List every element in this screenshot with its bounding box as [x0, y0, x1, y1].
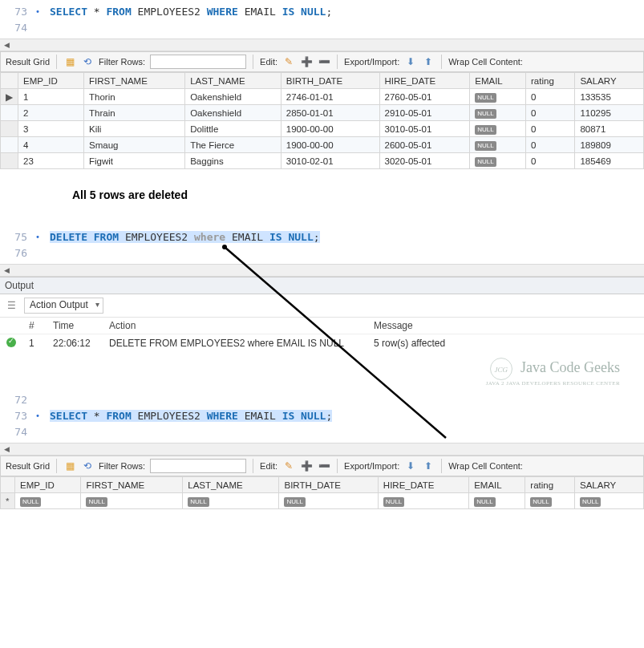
cell[interactable]: NULL — [470, 137, 526, 153]
row-marker[interactable] — [1, 121, 18, 137]
table-row[interactable]: 2ThrainOakenshield2850-01-012910-05-01NU… — [1, 105, 644, 121]
cell[interactable]: The Fierce — [185, 137, 281, 153]
row-marker[interactable] — [1, 153, 18, 169]
result-grid-2[interactable]: EMP_IDFIRST_NAMELAST_NAMEBIRTH_DATEHIRE_… — [0, 476, 644, 509]
filter-rows-input[interactable] — [150, 55, 246, 69]
column-header[interactable]: SALARY — [575, 73, 644, 89]
column-header[interactable]: FIRST_NAME — [81, 477, 183, 493]
cell[interactable]: Smaug — [84, 137, 185, 153]
column-header[interactable]: BIRTH_DATE — [281, 73, 379, 89]
grid-icon[interactable]: ▦ — [63, 55, 76, 68]
column-header[interactable]: SALARY — [575, 477, 644, 493]
output-row[interactable]: 1 22:06:12 DELETE FROM EMPLOYEES2 where … — [0, 334, 644, 354]
breakpoint-dot[interactable]: • — [32, 233, 43, 241]
cell[interactable]: NULL — [525, 493, 575, 509]
cell[interactable]: Oakenshield — [185, 89, 281, 105]
table-row[interactable]: 4SmaugThe Fierce1900-00-002600-05-01NULL… — [1, 137, 644, 153]
edit-delete-icon[interactable]: ➖ — [318, 55, 330, 68]
breakpoint-dot[interactable]: • — [32, 7, 43, 16]
export-icon[interactable]: ⬇ — [404, 460, 417, 472]
editor2-scrollbar[interactable]: ◀ — [0, 264, 644, 277]
cell[interactable]: 133535 — [575, 89, 644, 105]
cell[interactable]: 2760-05-01 — [379, 89, 470, 105]
cell[interactable]: 23 — [18, 153, 84, 169]
edit-add-icon[interactable]: ➕ — [300, 460, 313, 472]
row-marker[interactable] — [1, 137, 18, 153]
import-icon[interactable]: ⬆ — [422, 55, 435, 68]
cell[interactable]: 2 — [18, 105, 84, 121]
column-header[interactable]: BIRTH_DATE — [279, 477, 378, 493]
table-row[interactable]: ▶1ThorinOakenshield2746-01-012760-05-01N… — [1, 89, 644, 105]
code-text[interactable]: SELECT * FROM EMPLOYEES2 WHERE EMAIL IS … — [43, 410, 332, 422]
sql-editor-3[interactable]: 7273•SELECT * FROM EMPLOYEES2 WHERE EMAI… — [0, 388, 644, 443]
cell[interactable]: NULL — [470, 153, 526, 169]
cell[interactable]: NULL — [378, 493, 468, 509]
column-header[interactable]: FIRST_NAME — [84, 73, 185, 89]
cell[interactable]: Kili — [84, 121, 185, 137]
cell[interactable]: 80871 — [575, 121, 644, 137]
import-icon[interactable]: ⬆ — [422, 460, 435, 472]
refresh-icon[interactable]: ⟲ — [81, 55, 94, 68]
cell[interactable]: Thrain — [84, 105, 185, 121]
cell[interactable]: 189809 — [575, 137, 644, 153]
result-grid-1[interactable]: EMP_IDFIRST_NAMELAST_NAMEBIRTH_DATEHIRE_… — [0, 72, 644, 169]
cell[interactable]: Thorin — [84, 89, 185, 105]
breakpoint-dot[interactable]: • — [32, 411, 43, 420]
editor3-scrollbar[interactable]: ◀ — [0, 443, 644, 456]
sql-editor-1[interactable]: 73•SELECT * FROM EMPLOYEES2 WHERE EMAIL … — [0, 0, 644, 38]
cell[interactable]: NULL — [469, 493, 525, 509]
cell[interactable]: 2746-01-01 — [281, 89, 379, 105]
edit-icon[interactable]: ✎ — [282, 55, 295, 68]
table-row[interactable]: 3KiliDolittle1900-00-003010-05-01NULL080… — [1, 121, 644, 137]
cell[interactable]: NULL — [15, 493, 81, 509]
scroll-left-icon[interactable]: ◀ — [0, 443, 13, 455]
table-row[interactable]: *NULLNULLNULLNULLNULLNULLNULLNULL — [1, 493, 644, 509]
cell[interactable]: 0 — [526, 153, 575, 169]
table-row[interactable]: 23FigwitBaggins3010-02-013020-05-01NULL0… — [1, 153, 644, 169]
column-header[interactable]: EMP_ID — [15, 477, 81, 493]
cell[interactable]: 1900-00-00 — [281, 137, 379, 153]
cell[interactable]: Figwit — [84, 153, 185, 169]
cell[interactable]: 0 — [526, 121, 575, 137]
edit-icon[interactable]: ✎ — [282, 460, 295, 472]
cell[interactable]: 3010-05-01 — [379, 121, 470, 137]
cell[interactable]: 3 — [18, 121, 84, 137]
column-header[interactable]: EMAIL — [470, 73, 526, 89]
grid-icon[interactable]: ▦ — [63, 460, 76, 472]
column-header[interactable]: LAST_NAME — [183, 477, 279, 493]
cell[interactable]: 110295 — [575, 105, 644, 121]
column-header[interactable]: rating — [525, 477, 575, 493]
row-marker[interactable] — [1, 105, 18, 121]
code-text[interactable]: SELECT * FROM EMPLOYEES2 WHERE EMAIL IS … — [43, 6, 332, 18]
column-header[interactable]: HIRE_DATE — [378, 477, 468, 493]
cell[interactable]: 3010-02-01 — [281, 153, 379, 169]
cell[interactable]: NULL — [183, 493, 279, 509]
editor1-scrollbar[interactable]: ◀ — [0, 38, 644, 51]
cell[interactable]: Baggins — [185, 153, 281, 169]
cell[interactable]: NULL — [470, 121, 526, 137]
refresh-icon[interactable]: ⟲ — [81, 460, 94, 472]
column-header[interactable]: EMP_ID — [18, 73, 84, 89]
output-type-select[interactable]: Action Output — [24, 298, 103, 314]
cell[interactable]: 3020-05-01 — [379, 153, 470, 169]
cell[interactable]: 1900-00-00 — [281, 121, 379, 137]
cell[interactable]: NULL — [575, 493, 644, 509]
cell[interactable]: 2910-05-01 — [379, 105, 470, 121]
cell[interactable]: NULL — [470, 105, 526, 121]
row-marker[interactable]: * — [1, 493, 15, 509]
cell[interactable]: NULL — [279, 493, 378, 509]
column-header[interactable]: LAST_NAME — [185, 73, 281, 89]
cell[interactable]: 2850-01-01 — [281, 105, 379, 121]
column-header[interactable]: EMAIL — [469, 477, 525, 493]
cell[interactable]: 0 — [526, 89, 575, 105]
cell[interactable]: NULL — [470, 89, 526, 105]
cell[interactable]: 2600-05-01 — [379, 137, 470, 153]
cell[interactable]: NULL — [81, 493, 183, 509]
edit-add-icon[interactable]: ➕ — [300, 55, 313, 68]
cell[interactable]: Oakenshield — [185, 105, 281, 121]
cell[interactable]: 4 — [18, 137, 84, 153]
scroll-left-icon[interactable]: ◀ — [0, 39, 13, 51]
edit-delete-icon[interactable]: ➖ — [318, 460, 330, 472]
column-header[interactable]: rating — [526, 73, 575, 89]
filter-rows-input[interactable] — [150, 459, 246, 473]
